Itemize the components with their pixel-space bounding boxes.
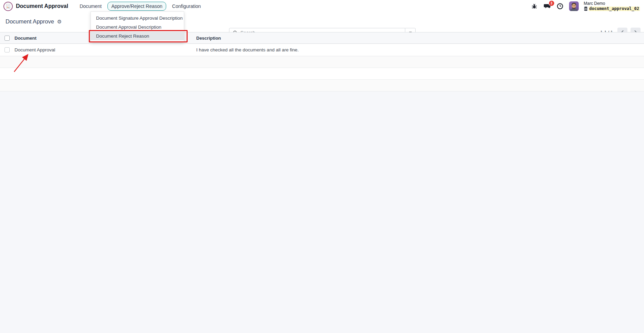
bug-icon[interactable] <box>531 2 538 10</box>
messages-icon[interactable]: 3 <box>543 2 551 10</box>
dropdown-item-document-approval-description[interactable]: Document Approval Description <box>91 22 184 31</box>
breadcrumb: Document Approve ⚙ <box>6 18 62 25</box>
row-checkbox[interactable] <box>4 47 10 52</box>
table-row[interactable]: Document Approval I have checked all the… <box>0 44 644 56</box>
menu-configuration[interactable]: Configuration <box>168 2 205 11</box>
user-menu[interactable]: Marc Demo document_approval_02 <box>584 1 640 11</box>
dropdown-item-document-signature-approval-description[interactable]: Document Signature Approval Description <box>91 13 184 22</box>
cell-description[interactable]: I have checked all the documents and all… <box>196 47 644 52</box>
database-icon <box>584 7 588 11</box>
menu-document[interactable]: Document <box>76 2 105 11</box>
empty-row <box>0 56 644 68</box>
user-avatar[interactable] <box>569 1 579 11</box>
systray: 3 <box>531 1 642 11</box>
document-app-glyph <box>5 3 11 9</box>
select-all-checkbox[interactable] <box>4 36 10 41</box>
page-title: Document Approve <box>6 18 54 25</box>
database-badge: document_approval_02 <box>584 7 640 11</box>
empty-row <box>0 68 644 80</box>
empty-row <box>0 80 644 91</box>
app-name[interactable]: Document Approval <box>16 3 68 9</box>
approve-reject-reason-dropdown: Document Signature Approval Description … <box>91 11 184 42</box>
screen: Document Approval Document Approve/Rejec… <box>0 0 644 333</box>
top-navbar: Document Approval Document Approve/Rejec… <box>0 0 644 12</box>
dropdown-item-document-reject-reason[interactable]: Document Reject Reason <box>91 31 184 40</box>
menubar: Document Approve/Reject Reason Configura… <box>76 2 205 11</box>
row-checkbox-cell <box>0 47 15 52</box>
database-name: document_approval_02 <box>589 7 640 11</box>
gear-icon[interactable]: ⚙ <box>57 19 61 24</box>
activity-clock-icon[interactable] <box>556 2 564 10</box>
user-name: Marc Demo <box>584 1 640 6</box>
column-header-description[interactable]: Description <box>196 36 644 41</box>
header-checkbox-cell <box>0 36 15 41</box>
app-logo-icon[interactable] <box>3 2 13 11</box>
menu-approve-reject-reason[interactable]: Approve/Reject Reason <box>107 2 166 11</box>
messages-count-badge: 3 <box>549 1 554 6</box>
cell-document[interactable]: Document Approval <box>15 47 196 52</box>
